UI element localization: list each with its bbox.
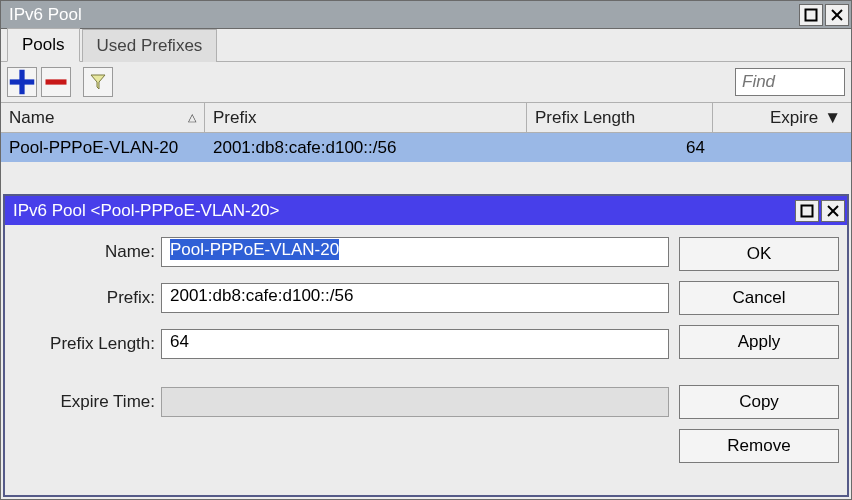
tab-used-prefixes[interactable]: Used Prefixes [82, 29, 218, 62]
label-prefix-length: Prefix Length: [13, 334, 161, 354]
prefix-field[interactable]: 2001:db8:cafe:d100::/56 [161, 283, 669, 313]
close-icon [826, 204, 840, 218]
cell-prefix-length: 64 [527, 133, 713, 162]
col-header-name[interactable]: Name △ [1, 103, 205, 132]
maximize-icon [804, 8, 818, 22]
maximize-icon [800, 204, 814, 218]
row-expire-time: Expire Time: [13, 387, 669, 417]
main-title: IPv6 Pool [9, 5, 797, 25]
toolbar [1, 62, 851, 102]
close-icon [830, 8, 844, 22]
row-name: Name: Pool-PPPoE-VLAN-20 [13, 237, 669, 267]
prefix-field-value: 2001:db8:cafe:d100::/56 [170, 286, 353, 305]
name-field-value: Pool-PPPoE-VLAN-20 [170, 239, 339, 260]
tab-pools[interactable]: Pools [7, 28, 80, 62]
row-prefix: Prefix: 2001:db8:cafe:d100::/56 [13, 283, 669, 313]
main-close-button[interactable] [825, 4, 849, 26]
prefix-length-field-value: 64 [170, 332, 189, 351]
apply-button[interactable]: Apply [679, 325, 839, 359]
cell-name: Pool-PPPoE-VLAN-20 [1, 133, 205, 162]
form-column: Name: Pool-PPPoE-VLAN-20 Prefix: 2001:db… [13, 237, 669, 473]
plus-icon [8, 68, 36, 96]
table-row[interactable]: Pool-PPPoE-VLAN-20 2001:db8:cafe:d100::/… [1, 133, 851, 162]
filter-button[interactable] [83, 67, 113, 97]
funnel-icon [89, 73, 107, 91]
dialog-title: IPv6 Pool <Pool-PPPoE-VLAN-20> [13, 201, 793, 221]
dialog-close-button[interactable] [821, 200, 845, 222]
svg-rect-0 [806, 9, 817, 20]
edit-dialog: IPv6 Pool <Pool-PPPoE-VLAN-20> Name: Poo… [3, 194, 849, 497]
prefix-length-field[interactable]: 64 [161, 329, 669, 359]
col-header-expire-label: Expire [770, 108, 818, 128]
label-prefix: Prefix: [13, 288, 161, 308]
remove-pool-button[interactable]: Remove [679, 429, 839, 463]
dialog-maximize-button[interactable] [795, 200, 819, 222]
remove-button[interactable] [41, 67, 71, 97]
button-column: OK Cancel Apply Copy Remove [669, 237, 839, 473]
dialog-titlebar: IPv6 Pool <Pool-PPPoE-VLAN-20> [5, 196, 847, 225]
col-header-expire[interactable]: Expire ▼ [713, 103, 851, 132]
row-prefix-length: Prefix Length: 64 [13, 329, 669, 359]
label-name: Name: [13, 242, 161, 262]
main-window: IPv6 Pool Pools Used Prefixes N [0, 0, 852, 500]
pool-grid: Name △ Prefix Prefix Length Expire ▼ Poo… [1, 102, 851, 162]
col-header-prefix-length[interactable]: Prefix Length [527, 103, 713, 132]
label-expire-time: Expire Time: [13, 392, 161, 412]
find-input[interactable] [735, 68, 845, 96]
tab-bar: Pools Used Prefixes [1, 29, 851, 62]
expire-time-field[interactable] [161, 387, 669, 417]
main-titlebar: IPv6 Pool [1, 1, 851, 29]
svg-rect-6 [802, 205, 813, 216]
grid-header: Name △ Prefix Prefix Length Expire ▼ [1, 103, 851, 133]
add-button[interactable] [7, 67, 37, 97]
cancel-button[interactable]: Cancel [679, 281, 839, 315]
minus-icon [42, 68, 70, 96]
name-field[interactable]: Pool-PPPoE-VLAN-20 [161, 237, 669, 267]
col-header-name-label: Name [9, 108, 54, 128]
copy-button[interactable]: Copy [679, 385, 839, 419]
ok-button[interactable]: OK [679, 237, 839, 271]
dialog-body: Name: Pool-PPPoE-VLAN-20 Prefix: 2001:db… [5, 225, 847, 481]
col-header-prefix[interactable]: Prefix [205, 103, 527, 132]
sort-asc-icon: △ [188, 111, 196, 124]
cell-prefix: 2001:db8:cafe:d100::/56 [205, 133, 527, 162]
cell-expire [713, 133, 851, 162]
dropdown-icon: ▼ [824, 108, 841, 128]
main-maximize-button[interactable] [799, 4, 823, 26]
